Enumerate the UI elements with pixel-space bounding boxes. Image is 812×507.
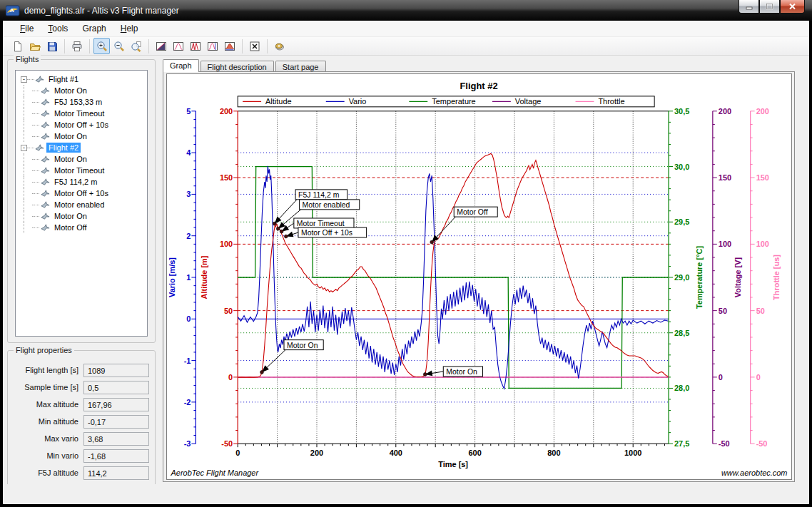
tree-event-row[interactable]: F5J 153,33 m bbox=[16, 96, 147, 108]
property-value-field[interactable]: 167,96 bbox=[83, 398, 149, 411]
plot-curve-button[interactable] bbox=[170, 38, 186, 54]
print-button[interactable] bbox=[68, 38, 85, 54]
x-tick-label: 600 bbox=[468, 449, 481, 457]
tree-event-row[interactable]: Motor enabled bbox=[16, 199, 147, 210]
menu-help[interactable]: Help bbox=[113, 21, 146, 36]
tree-event-label[interactable]: Motor On bbox=[52, 154, 89, 164]
tree-connector bbox=[32, 136, 39, 137]
tree-event-row[interactable]: Motor On bbox=[16, 130, 147, 142]
tree-guide bbox=[24, 199, 32, 210]
minimize-button[interactable] bbox=[739, 0, 759, 14]
tree-flight-label[interactable]: Flight #2 bbox=[46, 143, 81, 153]
throttle-tick-label: 100 bbox=[756, 240, 769, 248]
tree-event-label[interactable]: F5J 114,2 m bbox=[52, 177, 99, 187]
legend-label: Temperature bbox=[432, 97, 476, 106]
event-icon bbox=[41, 223, 50, 232]
tree-event-row[interactable]: Motor Off + 10s bbox=[16, 188, 147, 199]
zoom-in-button[interactable] bbox=[93, 38, 110, 54]
tree-event-label[interactable]: Motor On bbox=[52, 211, 89, 221]
property-row: Max vario3,68 bbox=[8, 430, 155, 447]
tree-event-label[interactable]: Motor Off + 10s bbox=[52, 188, 111, 198]
property-value-field[interactable]: 114,2 bbox=[83, 466, 149, 480]
clear-button[interactable] bbox=[246, 38, 263, 54]
flights-tree[interactable]: -Flight #1Motor OnF5J 153,33 mMotor Time… bbox=[15, 70, 148, 337]
tree-flight-row[interactable]: -Flight #1 bbox=[16, 73, 147, 85]
plot-marker-icon bbox=[207, 41, 218, 52]
plot-fill-button[interactable] bbox=[153, 38, 169, 54]
flight-chart[interactable]: Flight #202004006008001000-3-2-1012345Va… bbox=[167, 74, 791, 479]
chart-title: Flight #2 bbox=[460, 81, 497, 91]
tree-event-label[interactable]: Motor Timeout bbox=[52, 108, 106, 118]
vario-tick-label: 0 bbox=[186, 314, 191, 323]
tree-event-row[interactable]: Motor Timeout bbox=[16, 108, 147, 119]
tree-event-label[interactable]: Motor Off + 10s bbox=[52, 120, 111, 130]
settings-icon bbox=[274, 41, 285, 52]
legend-label: Altitude bbox=[265, 97, 292, 106]
voltage-tick-label: 50 bbox=[719, 307, 727, 315]
temperature-tick-label: 28,5 bbox=[674, 329, 689, 337]
menu-graph[interactable]: Graph bbox=[75, 21, 113, 36]
property-value-field[interactable]: 0,5 bbox=[83, 381, 149, 394]
plot-marker-button[interactable] bbox=[204, 38, 220, 54]
menu-file[interactable]: File bbox=[13, 21, 41, 36]
tree-event-label[interactable]: F5J 153,33 m bbox=[52, 97, 104, 107]
tree-event-row[interactable]: F5J 114,2 m bbox=[16, 176, 147, 188]
tree-connector bbox=[27, 79, 34, 80]
annotation-label: F5J 114,2 m bbox=[298, 191, 340, 199]
tree-guide bbox=[24, 222, 32, 233]
tab-start-page[interactable]: Start page bbox=[275, 61, 326, 72]
open-folder-button[interactable] bbox=[26, 38, 43, 54]
tree-event-label[interactable]: Motor On bbox=[52, 86, 89, 96]
event-icon bbox=[41, 109, 50, 118]
tree-guide bbox=[24, 108, 32, 119]
close-button[interactable] bbox=[780, 0, 805, 14]
tree-event-label[interactable]: Motor Timeout bbox=[52, 165, 106, 175]
collapse-toggle-icon[interactable]: - bbox=[21, 145, 27, 151]
plot-spikes-icon bbox=[190, 41, 201, 52]
vario-tick-label: 2 bbox=[186, 232, 191, 240]
svg-text:A: A bbox=[10, 7, 14, 14]
property-value-field[interactable]: -0,17 bbox=[83, 415, 149, 429]
annotation-marker bbox=[276, 227, 280, 230]
tree-event-label[interactable]: Motor enabled bbox=[52, 200, 106, 210]
tree-event-row[interactable]: Motor Timeout bbox=[16, 165, 147, 176]
new-file-button[interactable] bbox=[9, 38, 26, 54]
tree-event-label[interactable]: Motor Off bbox=[52, 222, 89, 232]
tab-graph[interactable]: Graph bbox=[163, 59, 199, 72]
save-button[interactable] bbox=[44, 38, 60, 54]
property-row: Sample time [s]0,5 bbox=[8, 379, 155, 396]
throttle-axis-title: Throttle [us] bbox=[772, 255, 781, 300]
tree-guide bbox=[24, 130, 32, 142]
plot-spikes-button[interactable] bbox=[187, 38, 203, 54]
zoom-out-button[interactable] bbox=[111, 38, 127, 54]
property-value-field[interactable]: 1089 bbox=[83, 364, 149, 377]
app-icon: A bbox=[6, 5, 20, 16]
voltage-tick-label: 0 bbox=[719, 373, 723, 381]
property-value-field[interactable]: 3,68 bbox=[83, 432, 149, 446]
tab-flight-description[interactable]: Flight description bbox=[201, 61, 274, 72]
zoom-fit-button[interactable] bbox=[128, 38, 144, 54]
legend-label: Vario bbox=[349, 97, 367, 106]
tree-event-row[interactable]: Motor On bbox=[16, 153, 147, 165]
menu-tools[interactable]: Tools bbox=[41, 21, 75, 36]
annotation-marker bbox=[273, 222, 276, 225]
tree-event-row[interactable]: Motor On bbox=[16, 85, 147, 96]
tree-flight-row[interactable]: -Flight #2 bbox=[16, 142, 147, 153]
altitude-tick-label: 200 bbox=[220, 107, 233, 116]
tree-event-row[interactable]: Motor Off bbox=[16, 222, 147, 233]
tree-event-row[interactable]: Motor On bbox=[16, 210, 147, 222]
status-bar bbox=[3, 484, 809, 504]
maximize-button[interactable] bbox=[759, 0, 780, 14]
property-value-field[interactable]: -1,68 bbox=[83, 449, 149, 463]
property-row: Min altitude-0,17 bbox=[8, 413, 155, 430]
tree-event-label[interactable]: Motor On bbox=[52, 131, 89, 141]
temperature-tick-label: 29,0 bbox=[674, 273, 689, 282]
title-bar[interactable]: A demo_flights.alr - Altis v3 Flight man… bbox=[0, 0, 812, 21]
tree-event-row[interactable]: Motor Off + 10s bbox=[16, 119, 147, 130]
settings-button[interactable] bbox=[271, 38, 288, 54]
x-tick-label: 0 bbox=[235, 449, 240, 457]
tree-flight-label[interactable]: Flight #1 bbox=[46, 74, 81, 84]
tree-connector bbox=[32, 113, 39, 114]
collapse-toggle-icon[interactable]: - bbox=[21, 76, 27, 83]
plot-baseline-button[interactable] bbox=[221, 38, 238, 54]
